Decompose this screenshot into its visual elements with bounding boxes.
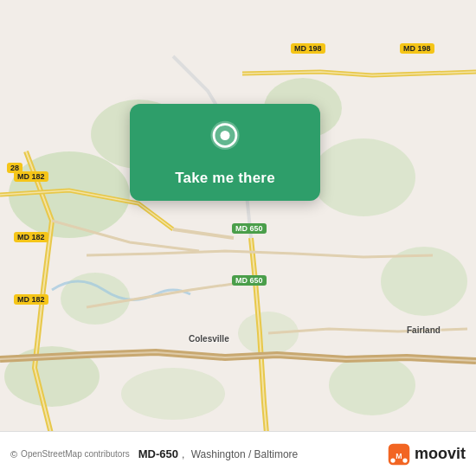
svg-text:M: M [396,452,402,460]
road-name: MD-650 [138,447,178,460]
brand-logo: M moovit [387,442,466,466]
moovit-icon: M [387,442,411,466]
moovit-text: moovit [415,445,466,463]
take-me-there-label: Take me there [175,170,275,187]
map-container: 28 MD 182 MD 182 MD 182 MD 198 MD 198 MD… [0,0,476,476]
bottom-left-info: © OpenStreetMap contributors MD-650 , Wa… [10,447,298,460]
place-label-colesville: Colesville [189,334,229,344]
road-label-md650-1: MD 650 [232,223,267,234]
location-text: , [182,448,188,460]
road-label-md182-1: MD 182 [14,171,48,182]
svg-point-15 [390,458,395,462]
bottom-bar: © OpenStreetMap contributors MD-650 , Wa… [0,431,476,476]
copyright-symbol: © [10,449,17,460]
road-label-md182-3: MD 182 [14,294,48,305]
svg-point-12 [220,131,229,140]
svg-point-16 [402,458,407,462]
svg-point-8 [329,355,415,415]
map-svg [0,0,476,476]
location-detail: Washington / Baltimore [191,448,299,460]
take-me-there-card[interactable]: Take me there [130,104,320,201]
road-label-md198-1: MD 198 [291,43,325,54]
location-pin-icon [204,119,246,161]
copyright-text: OpenStreetMap contributors [21,449,130,459]
road-label-md198-2: MD 198 [400,43,434,54]
svg-point-7 [121,368,225,420]
road-label-md182-2: MD 182 [14,232,48,242]
place-label-fairland: Fairland [407,325,441,335]
road-label-md650-2: MD 650 [232,275,267,286]
svg-point-2 [312,138,415,216]
